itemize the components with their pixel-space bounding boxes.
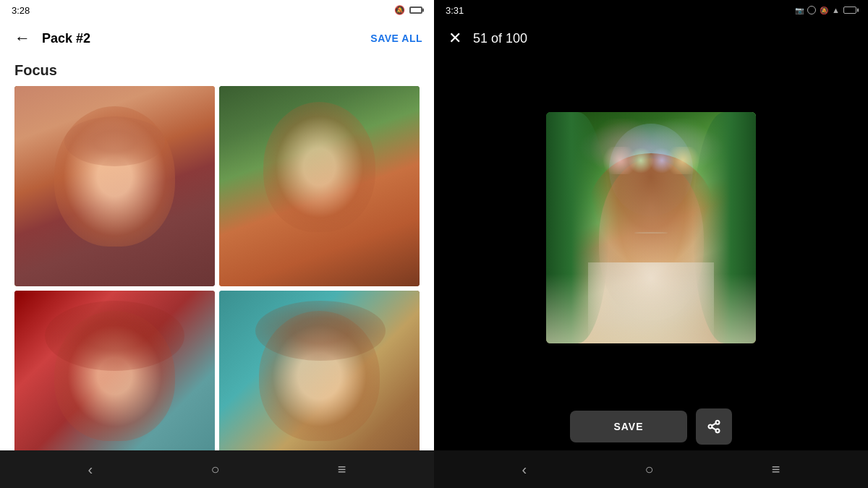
grid-item-4[interactable] xyxy=(219,291,420,450)
status-bar-right: 3:31 📷 🔕 ▲ xyxy=(434,0,868,20)
back-nav-right[interactable]: ‹ xyxy=(522,461,527,478)
menu-nav-right[interactable]: ≡ xyxy=(772,461,780,478)
share-icon xyxy=(707,419,721,434)
grid-item-3[interactable] xyxy=(14,291,215,450)
status-icons-left: 🔕 xyxy=(394,5,422,15)
portrait-3 xyxy=(14,291,215,450)
grid-item-2[interactable] xyxy=(219,86,420,286)
pack-title: Pack #2 xyxy=(42,31,370,46)
nav-bar-left: ‹ ○ ≡ xyxy=(0,450,434,488)
image-grid-container xyxy=(0,86,434,450)
left-panel: 3:28 🔕 ← Pack #2 SAVE ALL Focus xyxy=(0,0,434,488)
save-all-button[interactable]: SAVE ALL xyxy=(370,33,422,44)
status-icons-right: 📷 🔕 ▲ xyxy=(795,6,856,14)
image-counter: 51 of 100 xyxy=(473,31,854,46)
status-bar-left: 3:28 🔕 xyxy=(0,0,434,20)
back-button-left[interactable]: ← xyxy=(12,26,33,51)
back-nav-left[interactable]: ‹ xyxy=(88,461,93,478)
alarm-icon: 🔕 xyxy=(394,5,405,15)
home-nav-right[interactable]: ○ xyxy=(644,461,653,478)
time-left: 3:28 xyxy=(12,5,30,16)
viewer-top-bar: ✕ 51 of 100 xyxy=(434,20,868,56)
dot-icon xyxy=(807,6,816,14)
section-title: Focus xyxy=(0,56,434,86)
save-button[interactable]: SAVE xyxy=(570,411,686,442)
battery-icon-left xyxy=(409,7,422,14)
close-button[interactable]: ✕ xyxy=(448,29,461,48)
top-bar-left: ← Pack #2 SAVE ALL xyxy=(0,20,434,56)
action-bar: SAVE xyxy=(434,398,868,450)
mute-icon: 🔕 xyxy=(820,7,828,14)
image-grid xyxy=(14,86,420,450)
time-right: 3:31 xyxy=(446,5,464,16)
main-image xyxy=(546,112,756,343)
menu-nav-left[interactable]: ≡ xyxy=(338,461,346,478)
grid-item-1[interactable] xyxy=(14,86,215,286)
svg-line-3 xyxy=(712,427,716,429)
wifi-icon: ▲ xyxy=(832,6,840,14)
share-button[interactable] xyxy=(696,408,732,445)
main-image-area[interactable] xyxy=(434,56,868,398)
svg-line-4 xyxy=(712,423,716,425)
portrait-1 xyxy=(14,86,215,286)
portrait-4 xyxy=(219,291,420,450)
right-panel: 3:31 📷 🔕 ▲ ✕ 51 of 100 xyxy=(434,0,868,488)
nav-bar-right: ‹ ○ ≡ xyxy=(434,450,868,488)
home-nav-left[interactable]: ○ xyxy=(210,461,219,478)
camera-icon: 📷 xyxy=(795,7,804,14)
portrait-2 xyxy=(219,86,420,286)
battery-icon-right xyxy=(843,7,856,14)
